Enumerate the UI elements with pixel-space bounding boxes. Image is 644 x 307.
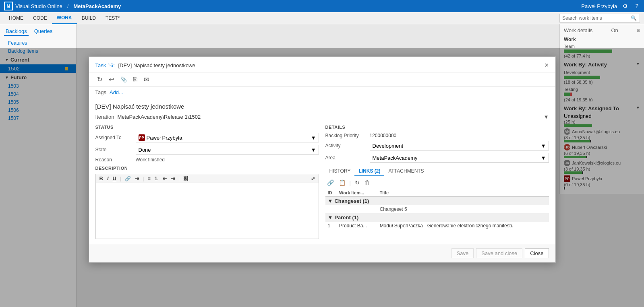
parent-arrow-icon: ▼ — [328, 214, 333, 220]
save-and-close-button[interactable]: Save and close — [476, 248, 522, 258]
area-dropdown[interactable]: MetaPackAcademy ▼ — [370, 153, 549, 163]
email-button[interactable]: ✉ — [142, 75, 151, 84]
ordered-list-button[interactable]: 1. — [153, 175, 160, 182]
link-button[interactable]: 🔗 — [124, 175, 132, 182]
org-name: MetaPackAcademy — [73, 3, 121, 9]
links-tabs: HISTORY LINKS (2) ATTACHMENTS — [325, 167, 549, 176]
nav-build[interactable]: BUILD — [77, 12, 101, 24]
modal-overlay: Task 16: [DEV] Napisać testy jednostkowe… — [0, 48, 644, 307]
bold-button[interactable]: B — [98, 175, 104, 182]
reason-row: Reason Work finished — [95, 157, 319, 163]
list-button[interactable]: ≡ — [147, 175, 152, 182]
vs-logo-icon: M — [4, 2, 13, 10]
modal-tags-row: Tags Add... — [89, 87, 555, 98]
copy-button[interactable]: ⎘ — [132, 75, 139, 84]
assigned-to-label: Assigned To — [95, 135, 136, 140]
activity-value: Development — [373, 143, 404, 149]
tab-history[interactable]: HISTORY — [325, 167, 355, 176]
backlog-priority-label: Backlog Priority — [325, 133, 370, 138]
tab-links[interactable]: LINKS (2) — [354, 167, 384, 176]
attach-button[interactable]: 📎 — [119, 76, 128, 83]
nav-work[interactable]: WORK — [52, 12, 77, 24]
refresh-button[interactable]: ↻ — [95, 75, 104, 84]
expand-icon[interactable]: ⊞ — [637, 28, 640, 33]
tab-attachments[interactable]: ATTACHMENTS — [384, 167, 428, 176]
save-button[interactable]: Save — [451, 248, 474, 258]
content-area: Backlogs Queries Features Backlog items … — [0, 24, 644, 307]
app-logo[interactable]: M Visual Studio Online / MetaPackAcademy — [4, 2, 121, 10]
modal-footer: Save Save and close Close — [89, 244, 555, 262]
changeset-item-row: Changeset 5 — [325, 205, 549, 213]
modal-columns: STATUS Assigned To PP Paweł Przybyła ▼ — [95, 125, 549, 239]
tab-backlogs[interactable]: Backlogs — [4, 27, 29, 36]
parent-group-row: ▼ Parent (1) — [325, 213, 549, 222]
modal-right-column: DETAILS Backlog Priority 1200000000 Acti… — [325, 125, 549, 239]
outdent-button[interactable]: ⇤ — [162, 175, 168, 182]
links-toolbar: 🔗 📋 | ↻ 🗑 — [325, 179, 549, 187]
changeset-group-label: Changeset (1) — [334, 198, 369, 204]
remove-link-button[interactable]: 🗑 — [363, 179, 372, 187]
work-details-label: Work details — [564, 27, 592, 33]
italic-button[interactable]: I — [106, 175, 110, 182]
nav-separator: / — [67, 3, 69, 9]
iteration-dropdown-icon[interactable]: ▼ — [544, 114, 549, 120]
modal-header: Task 16: [DEV] Napisać testy jednostkowe… — [89, 57, 555, 72]
user-area: Paweł Przybyła ⚙ ? — [581, 2, 640, 10]
search-icon: 🔍 — [631, 15, 637, 21]
parent-work-item: Product Ba... — [337, 222, 377, 230]
nav-test[interactable]: TEST* — [101, 12, 124, 24]
indent-button[interactable]: ⇥ — [134, 175, 140, 182]
reason-value: Work finished — [136, 157, 165, 163]
close-button[interactable]: Close — [525, 248, 549, 258]
search-box[interactable]: 🔍 — [559, 14, 640, 23]
nav-code[interactable]: CODE — [28, 12, 52, 24]
links-table: ID Work Item... Title — [325, 189, 549, 230]
state-dropdown[interactable]: Done ▼ — [136, 145, 319, 155]
help-button[interactable]: ? — [634, 2, 640, 10]
activity-dropdown[interactable]: Development ▼ — [370, 141, 549, 150]
description-section: DESCRIPTION B I U | 🔗 ⇥ | ≡ 1. — [95, 166, 319, 239]
settings-button[interactable]: ⚙ — [621, 2, 630, 10]
refresh-links-button[interactable]: ↻ — [353, 179, 361, 187]
search-input[interactable] — [562, 15, 631, 21]
tab-queries[interactable]: Queries — [33, 27, 54, 36]
undo-button[interactable]: ↩ — [107, 75, 116, 84]
state-label: State — [95, 147, 136, 152]
add-link-button[interactable]: 🔗 — [325, 179, 335, 187]
reason-label: Reason — [95, 157, 136, 163]
description-content[interactable] — [95, 183, 319, 239]
changeset-work-item — [337, 205, 377, 213]
work-section-title: Work — [564, 37, 640, 42]
changeset-group-row: ▼ Changeset (1) — [325, 197, 549, 206]
assigned-to-row: Assigned To PP Paweł Przybyła ▼ — [95, 133, 319, 142]
modal-title: Task 16: [DEV] Napisać testy jednostkowe — [95, 62, 195, 69]
iteration-row: Iteration MetaPackAcademy\Release 1\1502… — [95, 114, 549, 120]
area-label: Area — [325, 155, 370, 161]
activity-label: Activity — [325, 143, 370, 148]
modal-body: [DEV] Napisać testy jednostkowe Iteratio… — [89, 98, 555, 244]
assigned-to-dropdown[interactable]: PP Paweł Przybyła ▼ — [136, 133, 319, 142]
modal-close-button[interactable]: × — [545, 62, 549, 69]
indent2-button[interactable]: ⇥ — [170, 175, 176, 182]
area-row: Area MetaPackAcademy ▼ — [325, 153, 549, 163]
task-name: [DEV] Napisać testy jednostkowe — [118, 62, 195, 68]
expand-desc-button[interactable]: ⤢ — [310, 175, 316, 182]
image-button[interactable]: 🖼 — [182, 175, 189, 182]
activity-chevron-icon: ▼ — [541, 143, 546, 149]
sidebar-tabs: Backlogs Queries — [0, 27, 76, 36]
backlog-priority-row: Backlog Priority 1200000000 — [325, 133, 549, 138]
secondary-navigation: HOME CODE WORK BUILD TEST* 🔍 — [0, 12, 644, 24]
work-item-modal: Task 16: [DEV] Napisać testy jednostkowe… — [89, 56, 556, 263]
panel-header: Work details On ⊞ — [564, 27, 640, 33]
task-id: Task 16: — [95, 62, 115, 68]
underline-button[interactable]: U — [112, 175, 118, 182]
nav-home[interactable]: HOME — [4, 12, 28, 24]
tags-add-link[interactable]: Add... — [110, 89, 123, 95]
links-section: HISTORY LINKS (2) ATTACHMENTS 🔗 📋 | ↻ 🗑 — [325, 167, 549, 230]
links-table-header: ID Work Item... Title — [325, 189, 549, 197]
add-work-item-link-button[interactable]: 📋 — [337, 179, 347, 187]
sidebar-item-features[interactable]: Features — [0, 39, 76, 47]
status-section-header: STATUS — [95, 125, 319, 130]
area-chevron-icon: ▼ — [541, 155, 546, 161]
assigned-to-value: Paweł Przybyła — [147, 135, 182, 141]
